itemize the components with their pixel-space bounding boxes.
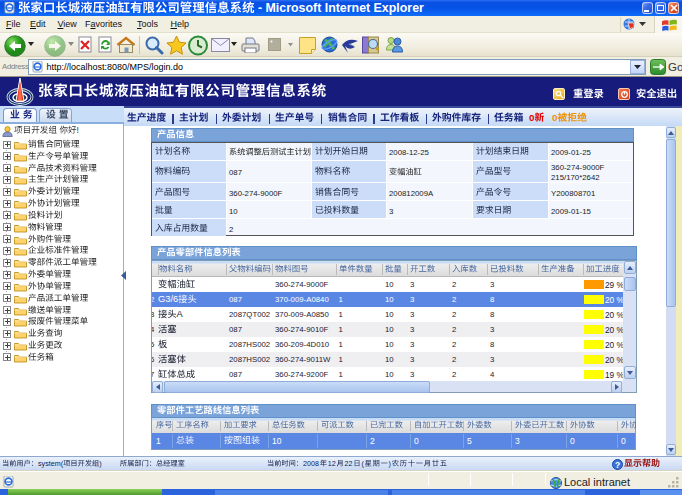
svg-text:0: 0 bbox=[529, 112, 535, 123]
svg-text:22: 22 bbox=[345, 458, 353, 467]
svg-text:): ) bbox=[99, 458, 101, 467]
svg-text:2008: 2008 bbox=[303, 458, 319, 467]
svg-text:12: 12 bbox=[328, 458, 336, 467]
svg-text:0: 0 bbox=[552, 112, 558, 123]
svg-text:): ) bbox=[389, 458, 391, 467]
svg-text:!: ! bbox=[77, 125, 79, 135]
svg-text:(: ( bbox=[361, 458, 364, 467]
svg-text:G3/6: G3/6 bbox=[158, 294, 178, 304]
svg-text:system(: system( bbox=[38, 458, 64, 467]
svg-text:A: A bbox=[177, 309, 184, 319]
svg-text:- Microsoft Internet Explorer: - Microsoft Internet Explorer bbox=[255, 1, 425, 15]
svg-text:?: ? bbox=[615, 459, 620, 469]
